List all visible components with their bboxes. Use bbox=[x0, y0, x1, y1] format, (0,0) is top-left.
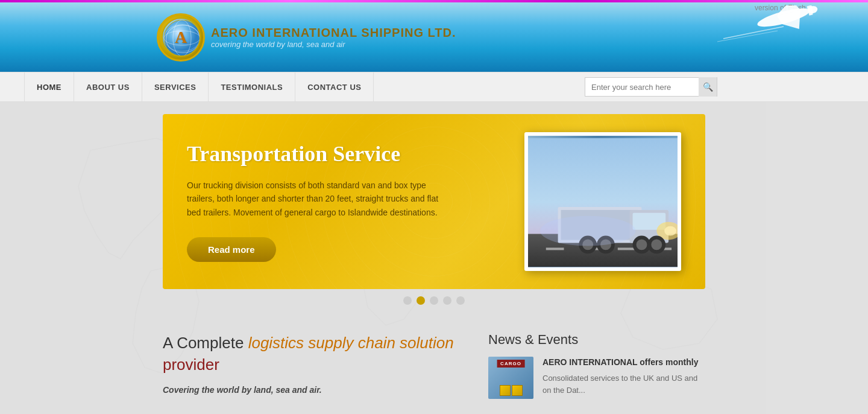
banner-description: Our trucking division consists of both s… bbox=[187, 179, 452, 219]
bottom-section: A Complete logistics supply chain soluti… bbox=[0, 320, 868, 411]
banner-section: Transportation Service Our trucking divi… bbox=[0, 102, 868, 320]
svg-point-31 bbox=[651, 240, 662, 250]
news-section-title: News & Events bbox=[488, 332, 705, 348]
logo-text: AERO INTERNATIONAL SHIPPING LTD. coverin… bbox=[211, 26, 456, 49]
logo-icon: A bbox=[157, 13, 205, 62]
banner-text-area: Transportation Service Our trucking divi… bbox=[187, 141, 524, 262]
svg-rect-16 bbox=[618, 247, 636, 250]
banner: Transportation Service Our trucking divi… bbox=[163, 114, 705, 289]
search-area: 🔍 bbox=[585, 77, 717, 97]
news-section: News & Events CARGO AERO INTERNATIONAL o… bbox=[488, 332, 705, 399]
header: version of Flash. bbox=[0, 2, 868, 72]
svg-line-10 bbox=[723, 27, 784, 39]
airplane-decoration bbox=[711, 5, 820, 56]
cargo-label: CARGO bbox=[497, 360, 525, 368]
logo-area: A AERO INTERNATIONAL SHIPPING LTD. cover… bbox=[157, 13, 456, 62]
svg-point-23 bbox=[664, 226, 676, 236]
truck-illustration bbox=[528, 138, 678, 267]
svg-point-29 bbox=[637, 240, 647, 250]
news-item: CARGO AERO INTERNATIONAL offers monthly … bbox=[488, 357, 705, 399]
tagline-prefix: A Complete bbox=[163, 334, 248, 352]
svg-rect-14 bbox=[546, 247, 564, 250]
tagline-highlight: logistics supply chain solution bbox=[248, 334, 454, 352]
globe-icon: A bbox=[162, 18, 201, 57]
search-button[interactable]: 🔍 bbox=[699, 77, 717, 97]
news-thumbnail: CARGO bbox=[488, 357, 533, 399]
banner-title: Transportation Service bbox=[187, 141, 524, 167]
svg-line-11 bbox=[717, 31, 778, 42]
cargo-boxes bbox=[500, 385, 523, 396]
carousel-dot-2[interactable] bbox=[417, 296, 425, 305]
company-description: A Complete logistics supply chain soluti… bbox=[163, 332, 464, 399]
company-tagline: covering the world by land, sea and air bbox=[211, 40, 456, 49]
carousel-dot-4[interactable] bbox=[443, 296, 451, 305]
nav-item-home[interactable]: HOME bbox=[24, 72, 74, 102]
tagline-text: A Complete logistics supply chain soluti… bbox=[163, 332, 464, 376]
nav-item-about[interactable]: ABOUT US bbox=[74, 72, 142, 102]
banner-image bbox=[524, 132, 681, 271]
cargo-box-1 bbox=[500, 385, 511, 396]
news-item-description: Consolidated services to the UK and US a… bbox=[542, 372, 705, 396]
carousel-dot-5[interactable] bbox=[456, 296, 465, 305]
navigation: HOME ABOUT US SERVICES TESTIMONIALS CONT… bbox=[0, 72, 868, 102]
carousel-dot-3[interactable] bbox=[430, 296, 438, 305]
nav-item-contact[interactable]: CONTACT US bbox=[295, 72, 374, 102]
nav-item-testimonials[interactable]: TESTIMONIALS bbox=[209, 72, 295, 102]
read-more-button[interactable]: Read more bbox=[187, 237, 276, 262]
carousel-dot-1[interactable] bbox=[403, 296, 412, 305]
carousel-dots bbox=[163, 289, 705, 308]
covering-text: Covering the world by land, sea and air. bbox=[163, 385, 464, 395]
news-item-title: AERO INTERNATIONAL offers monthly bbox=[542, 357, 705, 368]
nav-item-services[interactable]: SERVICES bbox=[142, 72, 209, 102]
search-input[interactable] bbox=[585, 83, 699, 92]
news-text: AERO INTERNATIONAL offers monthly Consol… bbox=[542, 357, 705, 396]
main-content: Transportation Service Our trucking divi… bbox=[0, 102, 868, 414]
cargo-box-2 bbox=[512, 385, 523, 396]
company-name: AERO INTERNATIONAL SHIPPING LTD. bbox=[211, 26, 456, 40]
svg-point-32 bbox=[540, 216, 636, 246]
tagline-suffix: provider bbox=[163, 355, 219, 374]
